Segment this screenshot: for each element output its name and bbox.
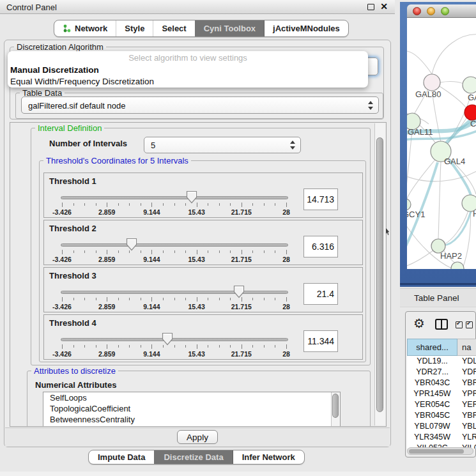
table-row[interactable]: YER054CYER0 (407, 399, 476, 410)
network-edge-highlighted (443, 211, 471, 245)
slider-handle[interactable] (186, 190, 197, 204)
tick-mark (151, 250, 152, 254)
checkbox-icon[interactable] (466, 321, 473, 328)
columns-icon[interactable] (435, 319, 448, 330)
algorithm-dropdown-popup: Select algorithm to view settings Manual… (8, 51, 368, 88)
table-row[interactable]: YBR043CYBR0 (407, 378, 476, 388)
threshold-value-input[interactable] (303, 330, 338, 352)
minimize-traffic-light[interactable] (427, 7, 435, 15)
apply-button[interactable]: Apply (177, 430, 218, 444)
tick-mark (73, 345, 74, 348)
tab-discretize-data[interactable]: Discretize Data (154, 450, 232, 464)
slider-track[interactable] (61, 196, 288, 199)
tick-mark (118, 345, 119, 348)
table-cell: YDR2 (457, 367, 476, 378)
table-cell: YER054C (407, 399, 457, 410)
slider-handle[interactable] (126, 238, 137, 251)
gear-icon[interactable]: ⚙ (413, 316, 425, 330)
network-node[interactable] (463, 77, 476, 93)
tick-mark (275, 345, 275, 348)
cyni-toolbox-panel: Discretization Algorithm Table Data galF… (4, 40, 391, 447)
tick-mark (197, 297, 197, 302)
threshold-value-input[interactable] (303, 283, 338, 305)
node-label: GAL80 (415, 89, 441, 99)
tab-label: jActiveMNodules (273, 24, 340, 33)
column-header[interactable]: na (457, 339, 476, 356)
column-header[interactable]: shared... (407, 339, 457, 356)
attribute-list-item[interactable]: BetweennessCentrality (43, 414, 340, 425)
bottom-tabbar: Impute DataDiscretize DataInfer Network (88, 450, 305, 464)
scrollbar-thumb[interactable] (332, 394, 339, 418)
network-edge (440, 82, 463, 84)
table-cell: YDR27... (407, 367, 457, 378)
tick-mark (84, 250, 85, 253)
tick-mark (129, 203, 130, 206)
tick-mark (264, 298, 265, 300)
tick-mark (151, 203, 152, 207)
table-row[interactable]: YPR145WYPR1 (407, 388, 476, 399)
close-icon[interactable]: ✕ (380, 1, 388, 12)
tick-mark (129, 298, 130, 300)
float-window-icon[interactable] (367, 4, 374, 10)
tab-network[interactable]: Network (54, 20, 116, 36)
table-row[interactable]: YLR345WYLR3 (407, 432, 476, 443)
tick-label: 21.715 (225, 256, 258, 263)
scrollbar-thumb[interactable] (376, 137, 383, 412)
network-canvas[interactable]: GAL80GACGAL11GAL4GCY1HHAP2 (407, 18, 476, 269)
table-horizontal-scrollbar[interactable] (407, 447, 473, 455)
tick-label: 21.715 (225, 350, 258, 358)
attribute-list-item[interactable]: TopologicalCoefficient (43, 403, 340, 414)
tab-infer-network[interactable]: Infer Network (233, 450, 304, 464)
num-intervals-combobox[interactable]: 5 (144, 137, 301, 153)
option-manual-discretization[interactable]: Manual Discretization (8, 65, 368, 76)
threshold-value-input[interactable] (303, 188, 338, 210)
table-data-combobox[interactable]: galFiltered.sif default node (21, 96, 379, 114)
close-traffic-light[interactable] (413, 7, 421, 15)
table-cell: YLR345W (407, 432, 457, 443)
threshold-block: Threshold 4-3.4262.8599.14415.4321.71528 (43, 314, 363, 360)
threshold-value-input[interactable] (303, 236, 338, 257)
table-cell: YBR0 (457, 410, 476, 421)
slider-handle[interactable] (233, 285, 245, 298)
slider-handle[interactable] (162, 332, 173, 346)
network-window-titlebar[interactable] (407, 4, 476, 18)
tab-jactivemnodules[interactable]: jActiveMNodules (264, 20, 348, 36)
tab-style[interactable]: Style (116, 20, 153, 36)
network-node[interactable] (451, 262, 464, 269)
tick-mark (84, 345, 85, 348)
table-row[interactable]: YDL19...YDL1 (407, 356, 476, 367)
table-row[interactable]: YBR045CYBR0 (407, 410, 476, 421)
tick-mark (107, 297, 107, 302)
screen: Control Panel ✕ NetworkStyleSelectCyni T… (0, 0, 476, 476)
scrollbar-thumb[interactable] (409, 449, 464, 454)
tick-label: 9.144 (135, 303, 168, 311)
tick-mark (62, 297, 63, 302)
combo-arrows-icon (367, 101, 373, 110)
list-scrollbar[interactable] (331, 392, 340, 427)
table-panel-title: Table Panel (414, 293, 459, 303)
settings-scrollbar[interactable] (374, 123, 385, 426)
tab-impute-data[interactable]: Impute Data (89, 450, 154, 464)
slider-track[interactable] (61, 243, 288, 247)
network-node[interactable] (464, 105, 476, 120)
table-row[interactable]: YDR27...YDR2 (407, 367, 476, 378)
table-row[interactable]: YBL079WYBL0 (407, 421, 476, 432)
attribute-list-item[interactable]: SelfLoops (43, 392, 340, 403)
network-node[interactable] (407, 199, 411, 210)
option-equal-width-frequency[interactable]: Equal Width/Frequency Discretization (8, 76, 368, 88)
tab-select[interactable]: Select (153, 20, 194, 36)
slider-track[interactable] (61, 291, 288, 294)
network-node[interactable] (424, 74, 440, 91)
threshold-block: Threshold 3-3.4262.8599.14415.4321.71528 (43, 267, 363, 312)
checkbox-icon[interactable] (456, 321, 463, 328)
zoom-traffic-light[interactable] (441, 7, 449, 15)
combo-arrows-icon (289, 141, 295, 150)
tick-mark (264, 345, 265, 348)
tick-mark (197, 250, 197, 254)
tab-cyni-toolbox[interactable]: Cyni Toolbox (195, 20, 264, 36)
tick-mark (264, 203, 265, 206)
tick-mark (84, 298, 85, 300)
table-cell: YLR3 (457, 432, 476, 443)
slider-track[interactable] (61, 338, 288, 341)
tick-mark (129, 345, 130, 348)
